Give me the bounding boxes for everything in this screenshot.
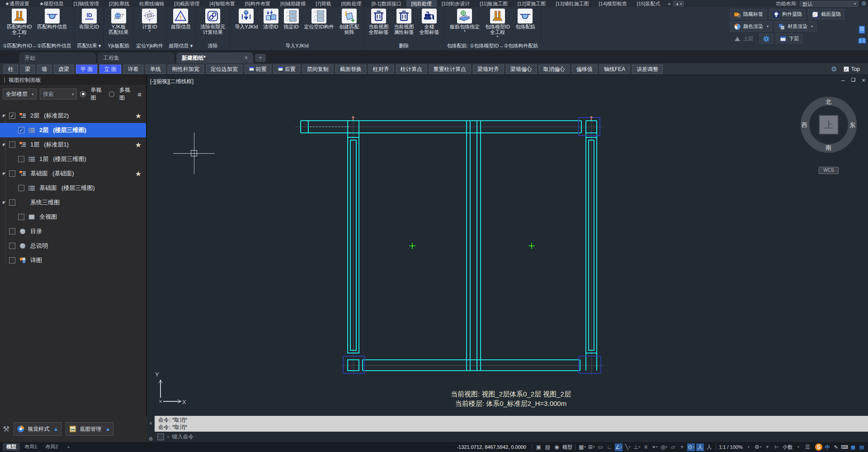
material-render-button[interactable]: 材质渲染▾	[774, 21, 816, 32]
document-tab-3[interactable]: 新建图纸*×	[176, 52, 253, 63]
clean-id-button[interactable]: 清理ID	[262, 8, 280, 42]
locate-empty-id-button[interactable]: 定位空ID构件	[302, 8, 336, 42]
tree-item-3[interactable]: ◤1层(标准层1)★	[0, 137, 146, 152]
bring-front-button[interactable]: 前置	[245, 65, 271, 74]
user-view-icon[interactable]: ◉	[553, 443, 561, 451]
selection-cycling-icon[interactable]: ▱	[669, 443, 677, 451]
beam-wall-offset-button[interactable]: 梁墙偏心	[506, 65, 537, 74]
precision-select[interactable]: 小数	[783, 444, 793, 451]
menu-item-19[interactable]: [15]装配式	[632, 0, 665, 7]
menu-item-17[interactable]: [13]墙柱施工图	[551, 0, 594, 7]
annotation-visibility-icon[interactable]: 人	[705, 443, 713, 451]
ribbon-group-caption[interactable]: 超限信息 ▾	[169, 42, 193, 50]
lineweight-icon[interactable]: ≡	[642, 443, 650, 451]
column-calc-point-button[interactable]: 柱计算点	[396, 65, 427, 74]
settings-gear-icon[interactable]: ⚙	[861, 1, 866, 6]
tree-checkbox[interactable]	[9, 228, 15, 235]
interstory-copy-button[interactable]: 层间复制	[302, 65, 333, 74]
menu-overflow-icon[interactable]: »	[665, 1, 673, 6]
menu-item-16[interactable]: [12]梁施工图	[513, 0, 551, 7]
book-icon[interactable]	[858, 37, 866, 45]
tree-item-9[interactable]: 目录	[0, 224, 146, 239]
tree-item-2[interactable]: ✓2层(楼层三维图)	[0, 123, 146, 137]
column-align-button[interactable]: 柱对齐	[368, 65, 394, 74]
isolate-objects-icon[interactable]: ☰	[804, 443, 811, 451]
tree-checkbox[interactable]	[9, 199, 15, 206]
floor-filter-select[interactable]: 全部楼层▾	[3, 89, 37, 99]
command-input-icon[interactable]	[157, 433, 164, 440]
lower-floor-button[interactable]: 下层	[776, 33, 802, 44]
ribbon-group-caption[interactable]: 清除	[198, 42, 227, 50]
multi-view-radio[interactable]	[109, 91, 114, 97]
section-replace-button[interactable]: 截面替换	[335, 65, 366, 74]
menu-item-8[interactable]: [5]构件布置	[240, 0, 275, 7]
ribbon-group-caption[interactable]: 定位Yjk构件	[136, 42, 163, 50]
locate-edge-widen-button[interactable]: 定位边加宽	[206, 65, 242, 74]
virtual-beam-button[interactable]: 虚梁	[54, 65, 74, 74]
ime-keyboard-icon[interactable]: ⌨	[841, 443, 848, 451]
fem-id-button[interactable]: ID有限元ID	[77, 8, 101, 42]
menu-item-4[interactable]: [2]轮廓线	[104, 0, 134, 7]
tree-item-6[interactable]: 基础面(楼层三维图)	[0, 181, 146, 195]
menu-item-3[interactable]: [1]轴线管理	[69, 0, 104, 7]
document-tab-1[interactable]: 开始	[19, 52, 96, 63]
create-match-matrix-button[interactable]: 创建匹配矩阵	[338, 8, 361, 42]
tree-item-8[interactable]: 全视图	[0, 210, 146, 224]
send-back-button[interactable]: 后置	[274, 65, 300, 74]
cancel-offset-button[interactable]: 取消偏心	[539, 65, 570, 74]
hide-labels-button[interactable]: 隐藏标签	[730, 9, 767, 19]
status-gear-icon[interactable]: ⚙▾	[754, 443, 762, 451]
menu-item-2[interactable]: ★模型信息	[34, 0, 69, 7]
component-visibility-button[interactable]: 构件显隐	[769, 9, 806, 19]
zoom-readout[interactable]: 1:1 / 100%	[719, 444, 743, 450]
tree-item-5[interactable]: ◤基础面(基础面)★	[0, 166, 146, 181]
layout1-tab[interactable]: 布局1	[21, 443, 41, 451]
beam-wall-align-button[interactable]: 梁墙对齐	[473, 65, 504, 74]
menu-item-18[interactable]: [14]模型检查	[594, 0, 632, 7]
tree-checkbox[interactable]	[9, 257, 15, 264]
tree-expander-icon[interactable]: ◤	[3, 172, 9, 176]
rigid-bar-widen-button[interactable]: 刚性杆加宽	[168, 65, 204, 74]
document-tab-2[interactable]: 工程集	[98, 52, 175, 63]
tools-icon[interactable]: ⚒	[3, 424, 9, 434]
ribbon-group-caption[interactable]: Yjk板配筋	[107, 42, 130, 50]
ribbon-group-caption[interactable]: 删除	[367, 42, 441, 50]
ribbon-group-caption[interactable]: 匹配结果 ▾	[77, 42, 101, 50]
error-adjust-button[interactable]: 误差调整	[632, 65, 663, 74]
command-input-row[interactable]: ▾ 键入命令	[155, 432, 868, 442]
sheet-icon[interactable]	[858, 25, 866, 34]
menu-item-14[interactable]: [10]初步设计	[437, 0, 475, 7]
single-view-radio[interactable]	[80, 91, 85, 97]
clear-fem-result-button[interactable]: 清除有限元计算结果	[198, 8, 227, 42]
new-tab-button[interactable]: +	[255, 54, 266, 62]
upper-floor-button[interactable]: 上层	[730, 33, 757, 44]
tree-item-10[interactable]: 总说明	[0, 239, 146, 253]
envelope-model-id-button[interactable]: 包络模型ID全工程▾	[483, 8, 512, 42]
drawing-canvas[interactable]: [-][俯视][二维线框] – ❏ × 北 南 东 西 上 WCS	[147, 75, 868, 416]
menu-item-12[interactable]: [8-1]数据接口	[367, 0, 406, 7]
match-component-info-button[interactable]: 匹配构件信息	[35, 8, 69, 42]
tree-item-7[interactable]: ◤系统三维图	[0, 195, 146, 210]
menu-item-1[interactable]: ★通用设置	[0, 0, 34, 7]
command-input-caret-icon[interactable]: ▾	[167, 435, 169, 439]
elevation-view-button[interactable]: 立 面	[99, 65, 121, 74]
ime-toolbox-icon[interactable]: ▦	[849, 443, 857, 451]
reset-column-calc-point-button[interactable]: 重置柱计算点	[429, 65, 471, 74]
floor-gear-button[interactable]	[759, 33, 774, 44]
favorite-star-icon[interactable]: ★	[135, 141, 142, 149]
delete-view-all-labels-button[interactable]: 当前视图全部标签	[367, 8, 391, 42]
envelope-rebar-button[interactable]: 包络配筋	[514, 8, 537, 42]
import-yjkid-button[interactable]: 导入YJKId	[233, 8, 259, 42]
polar-tracking-icon[interactable]: ∠▾	[615, 443, 623, 451]
layout-select[interactable]: 默认▾	[800, 1, 859, 7]
calc-id-button[interactable]: 计算ID▾	[140, 8, 159, 42]
favorite-star-icon[interactable]: ★	[135, 170, 142, 178]
tree-item-1[interactable]: ◤✓2层(标准层2)★	[0, 108, 146, 123]
paper-space-icon[interactable]: ▤	[544, 443, 552, 451]
panel-header[interactable]: 视图控制面板	[0, 75, 146, 85]
tab-close-icon[interactable]: ×	[245, 55, 248, 61]
tree-checkbox[interactable]	[9, 141, 15, 148]
ime-pen-icon[interactable]: ✎	[832, 443, 840, 451]
tree-item-4[interactable]: 1层(楼层三维图)	[0, 152, 146, 166]
tree-expander-icon[interactable]: ◤	[3, 114, 9, 118]
